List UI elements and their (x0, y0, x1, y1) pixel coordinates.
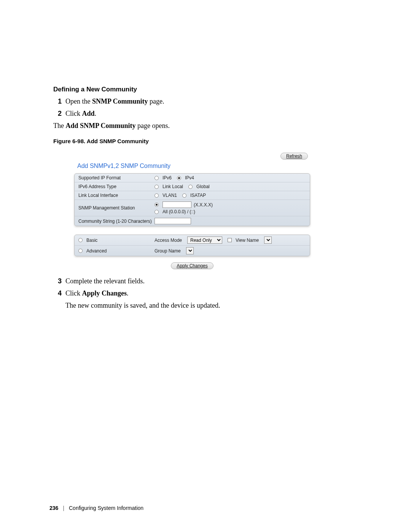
step-number: 3 (53, 276, 65, 286)
bold-text: Add (82, 110, 95, 117)
refresh-button[interactable]: Refresh (280, 153, 308, 160)
radio-isatap[interactable] (182, 193, 186, 198)
footer-section: Configuring System Information (69, 505, 143, 511)
label-link-local-interface: Link Local Interface (78, 193, 155, 198)
ip-input[interactable] (162, 201, 191, 208)
result-text: The new community is saved, and the devi… (65, 300, 358, 311)
text: Click (65, 110, 82, 117)
label-community-string: Community String (1-20 Characters) (78, 219, 155, 224)
text: page. (148, 97, 164, 105)
step-3: 3 Complete the relevant fields. (53, 276, 358, 286)
text: The (53, 122, 65, 129)
section-heading: Defining a New Community (53, 86, 358, 93)
radio-label: VLAN1 (162, 193, 177, 198)
step-body: Click Add. (65, 109, 358, 118)
step-body: Complete the relevant fields. (65, 276, 358, 286)
text: page opens. (136, 122, 170, 129)
access-mode-select[interactable]: Read Only (187, 236, 222, 244)
checkbox-view-name[interactable] (228, 238, 232, 242)
group-name-select[interactable] (186, 247, 194, 254)
community-string-input[interactable] (155, 218, 191, 224)
step-number: 1 (53, 96, 65, 106)
radio-label: All (0.0.0.0) / (::) (162, 209, 195, 214)
view-name-select[interactable] (264, 236, 272, 244)
text: Click (65, 289, 82, 297)
radio-basic[interactable] (78, 238, 83, 242)
form-panel-main: Supported IP Format IPv6 IPv4 IPv6 Addre… (74, 173, 310, 226)
radio-label: IPv4 (185, 175, 194, 181)
step-number: 4 (53, 288, 65, 298)
radio-all-ip[interactable] (155, 210, 159, 214)
figure-caption: Figure 6-98. Add SNMP Community (53, 138, 358, 144)
text: . (95, 110, 97, 117)
text: Open the (65, 97, 92, 105)
radio-label: ISATAP (190, 193, 206, 198)
radio-label: Advanced (86, 248, 107, 254)
step-body: Click Apply Changes. (65, 288, 358, 298)
label-group-name: Group Name (155, 248, 181, 254)
radio-label: Global (196, 184, 210, 189)
radio-specific-ip[interactable] (155, 203, 159, 207)
screenshot-add-snmp-community: Refresh Add SNMPv1,2 SNMP Community Supp… (74, 151, 310, 269)
bold-text: SNMP Community (92, 97, 148, 105)
checkbox-label: View Name (236, 238, 259, 243)
label-ip-format: Supported IP Format (78, 175, 155, 181)
bold-text: Add SNMP Community (65, 122, 135, 129)
page-number: 236 (49, 505, 58, 511)
paragraph: The Add SNMP Community page opens. (53, 121, 358, 131)
step-1: 1 Open the SNMP Community page. (53, 96, 358, 106)
label-ipv6-address-type: IPv6 Address Type (78, 184, 155, 189)
radio-label: Basic (86, 238, 97, 243)
label-access-mode: Access Mode (155, 238, 182, 243)
label-snmp-mgmt-station: SNMP Management Station (78, 205, 155, 211)
ip-hint: (X.X.X.X) (194, 202, 213, 208)
screenshot-title: Add SNMPv1,2 SNMP Community (74, 161, 310, 173)
step-2: 2 Click Add. (53, 109, 358, 118)
step-number: 2 (53, 109, 65, 118)
radio-global[interactable] (188, 185, 193, 189)
radio-ipv6[interactable] (155, 176, 159, 180)
radio-advanced[interactable] (78, 249, 83, 253)
radio-label: Link Local (162, 184, 183, 189)
radio-vlan1[interactable] (155, 193, 159, 198)
step-body: Open the SNMP Community page. (65, 96, 358, 106)
apply-changes-button[interactable]: Apply Changes (171, 262, 213, 269)
page-footer: 236 | Configuring System Information (49, 505, 143, 511)
radio-link-local[interactable] (155, 185, 159, 189)
radio-ipv4[interactable] (177, 176, 181, 180)
footer-separator: | (63, 505, 64, 511)
bold-text: Apply Changes (82, 289, 127, 297)
radio-label: IPv6 (162, 175, 172, 181)
form-panel-mode: Basic Access Mode Read Only View Name (74, 235, 310, 256)
text: . (127, 289, 129, 297)
text: Complete the relevant fields. (65, 277, 145, 285)
step-4: 4 Click Apply Changes. (53, 288, 358, 298)
